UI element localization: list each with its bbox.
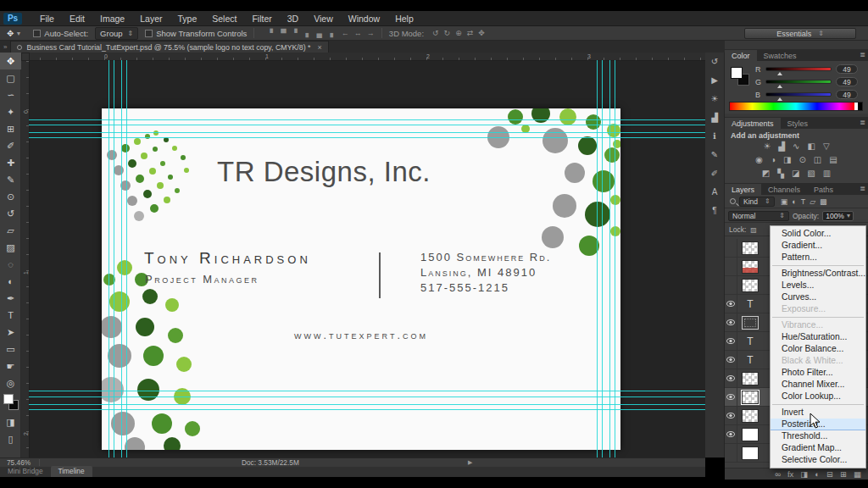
align-center-h-icon[interactable]: ▀	[281, 29, 286, 37]
green-slider[interactable]	[765, 80, 832, 84]
move-tool[interactable]: ✥	[0, 53, 21, 69]
foreground-color-swatch[interactable]	[3, 394, 14, 404]
blend-mode-dropdown[interactable]: Normal ⇕	[728, 211, 789, 221]
menu-item[interactable]: Channel Mixer...	[771, 379, 865, 391]
filter-shape-icon[interactable]: ▱	[810, 197, 815, 206]
guide-line[interactable]	[29, 132, 705, 133]
visibility-toggle[interactable]	[725, 276, 737, 295]
new-group-icon[interactable]: ⊟	[826, 469, 833, 479]
auto-select-checkbox[interactable]	[33, 30, 41, 37]
menu-item[interactable]: Brightness/Contrast...	[771, 268, 865, 280]
bottom-tab[interactable]: Timeline	[51, 466, 92, 477]
canvas-area[interactable]: 0 1 2 3 0 1 2	[21, 53, 705, 458]
guide-line[interactable]	[29, 137, 705, 138]
hand-tool[interactable]: ☛	[0, 358, 21, 374]
menu-item[interactable]: Edit	[62, 12, 92, 25]
menu-item[interactable]: Layer	[132, 12, 170, 25]
3d-roll-icon[interactable]: ↻	[444, 29, 451, 37]
layer-thumbnail[interactable]	[742, 446, 759, 460]
slider-thumb-icon[interactable]	[777, 85, 782, 88]
black-white-icon[interactable]: ◨	[783, 155, 791, 164]
brush-tool[interactable]: ✎	[0, 171, 21, 188]
delete-layer-icon[interactable]: ▦	[854, 469, 861, 479]
type-tool[interactable]: T	[0, 307, 21, 324]
photo-filter-icon[interactable]: ⊙	[798, 155, 805, 164]
visibility-toggle[interactable]	[725, 388, 737, 407]
menu-item[interactable]: Photo Filter...	[771, 367, 865, 379]
layer-thumbnail[interactable]	[742, 241, 759, 255]
opacity-dropdown[interactable]: 100% ▾	[822, 211, 854, 221]
layer-thumbnail[interactable]: T	[742, 297, 759, 311]
channel-mixer-icon[interactable]: ◫	[814, 155, 821, 164]
slider-thumb-icon[interactable]	[777, 97, 782, 101]
menu-item[interactable]: Pattern...	[771, 252, 865, 263]
menu-item[interactable]: 3D	[280, 12, 306, 25]
layer-thumbnail[interactable]	[742, 260, 759, 274]
menu-item[interactable]: Curves...	[771, 291, 865, 303]
status-options-arrow-icon[interactable]: ▶	[468, 459, 472, 466]
visibility-toggle[interactable]	[725, 369, 737, 388]
guide-line[interactable]	[29, 409, 705, 410]
visibility-toggle[interactable]	[725, 295, 737, 313]
visibility-toggle[interactable]	[725, 239, 737, 258]
layer-thumbnail[interactable]	[742, 372, 759, 385]
link-layers-icon[interactable]: ∞	[775, 469, 781, 479]
foreground-background-swatches[interactable]	[0, 391, 21, 413]
blue-slider[interactable]	[765, 92, 832, 97]
layer-thumbnail[interactable]	[742, 316, 759, 330]
brightness-contrast-icon[interactable]: ☀	[763, 141, 771, 151]
guide-line[interactable]	[29, 125, 705, 125]
vibrance-icon[interactable]: ▽	[823, 141, 830, 151]
history-brush-tool[interactable]: ↺	[0, 205, 21, 222]
3d-slide-icon[interactable]: ⇄	[467, 29, 474, 37]
3d-rotate-icon[interactable]: ↺	[432, 29, 439, 37]
menu-item[interactable]	[772, 265, 864, 266]
adjustment-layer-icon[interactable]: ◐	[815, 469, 820, 479]
channel-value[interactable]: 49	[836, 90, 858, 99]
menu-item[interactable]: View	[306, 12, 341, 25]
menu-item[interactable]: Gradient Map...	[771, 442, 865, 454]
menu-item[interactable]: Black & White...	[771, 355, 865, 367]
close-tab-icon[interactable]: ×	[318, 43, 322, 52]
visibility-toggle[interactable]	[725, 313, 737, 332]
visibility-toggle[interactable]	[725, 258, 737, 276]
blur-tool[interactable]: ◌	[0, 256, 21, 273]
guide-line[interactable]	[29, 404, 705, 405]
guide-line[interactable]	[29, 119, 705, 120]
filter-type-icon[interactable]: T	[801, 197, 806, 206]
align-left-icon[interactable]: ▘	[270, 29, 275, 37]
adjustments-panel-icon[interactable]: ☀	[711, 94, 719, 105]
exposure-icon[interactable]: ◧	[807, 141, 815, 151]
posterize-icon[interactable]: ▚	[777, 169, 784, 178]
paragraph-panel-icon[interactable]: ¶	[712, 206, 716, 217]
color-balance-icon[interactable]: ◑	[771, 155, 776, 164]
brush-presets-panel-icon[interactable]: ✎	[711, 150, 718, 161]
layer-thumbnail[interactable]: T	[742, 353, 759, 367]
menu-item[interactable]: Select	[204, 12, 244, 25]
crop-tool[interactable]: ⊞	[0, 120, 21, 137]
marquee-tool[interactable]: ▢	[0, 69, 21, 86]
path-selection-tool[interactable]: ➤	[0, 324, 21, 341]
channel-value[interactable]: 49	[836, 77, 858, 86]
hue-saturation-icon[interactable]: ◉	[755, 155, 763, 164]
slider-thumb-icon[interactable]	[777, 72, 782, 75]
menu-item[interactable]: Type	[170, 12, 204, 25]
pen-tool[interactable]: ✒	[0, 290, 21, 307]
eyedropper-tool[interactable]: ✐	[0, 137, 21, 154]
panel-tab[interactable]: Channels	[761, 184, 807, 195]
3d-drag-icon[interactable]: ⊕	[455, 29, 462, 37]
menu-item[interactable]: Exposure...	[771, 303, 865, 315]
guide-line[interactable]	[29, 396, 705, 397]
menu-item[interactable]: Color Lookup...	[771, 391, 865, 402]
foreground-color-swatch[interactable]	[731, 67, 743, 79]
align-top-icon[interactable]: ▖	[306, 29, 312, 37]
gradient-map-icon[interactable]: ▧	[807, 169, 815, 178]
color-spectrum-ramp[interactable]	[729, 102, 863, 111]
document-tab[interactable]: Business Card Tutorial_TutExpert.psd @ 7…	[10, 41, 328, 53]
menu-item[interactable]: Hue/Saturation...	[771, 331, 865, 343]
distribute-center-icon[interactable]: ↔	[354, 29, 362, 37]
filter-smart-icon[interactable]: ▩	[820, 197, 827, 206]
layer-effects-icon[interactable]: fx	[787, 469, 793, 479]
actions-panel-icon[interactable]: ▶	[711, 75, 718, 86]
menu-item[interactable]	[772, 317, 864, 318]
